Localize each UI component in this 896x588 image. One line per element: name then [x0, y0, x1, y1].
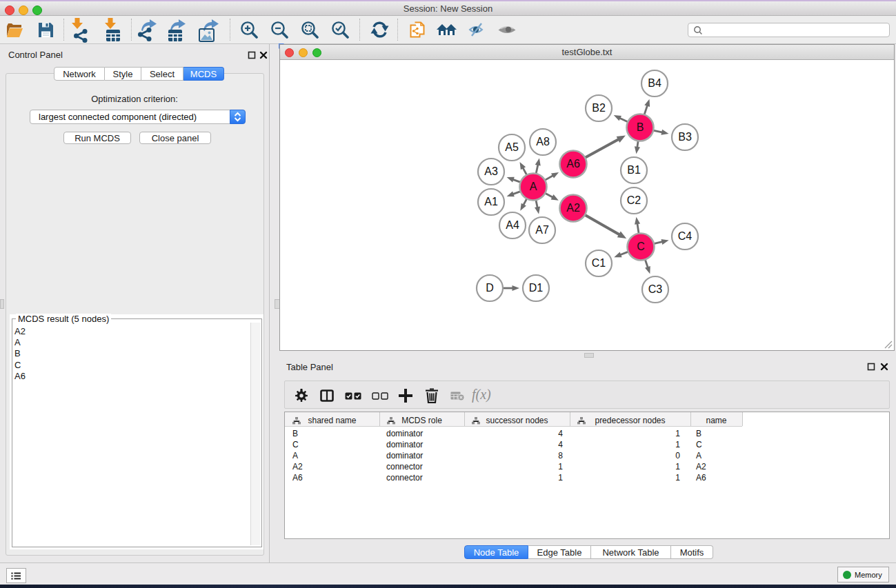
svg-text:A4: A4 — [506, 219, 519, 231]
svg-text:C4: C4 — [678, 230, 693, 242]
svg-text:B: B — [637, 121, 644, 133]
svg-text:A: A — [530, 181, 537, 192]
svg-text:B4: B4 — [648, 77, 661, 89]
svg-text:f(x): f(x) — [472, 388, 491, 403]
svg-text:A1: A1 — [484, 196, 498, 207]
svg-text:C3: C3 — [648, 283, 663, 295]
svg-text:B1: B1 — [627, 164, 641, 176]
svg-text:A7: A7 — [535, 224, 549, 236]
svg-text:A8: A8 — [536, 136, 550, 148]
svg-text:C1: C1 — [592, 257, 606, 269]
svg-text:B3: B3 — [678, 131, 692, 143]
svg-text:D1: D1 — [529, 282, 544, 294]
svg-text:A5: A5 — [505, 141, 519, 153]
svg-text:C2: C2 — [627, 194, 641, 206]
svg-text:A6: A6 — [566, 158, 580, 170]
svg-text:D: D — [486, 282, 494, 294]
svg-text:B2: B2 — [592, 102, 606, 114]
svg-text:A3: A3 — [484, 165, 498, 177]
svg-text:A2: A2 — [566, 202, 580, 214]
svg-text:C: C — [637, 241, 645, 252]
